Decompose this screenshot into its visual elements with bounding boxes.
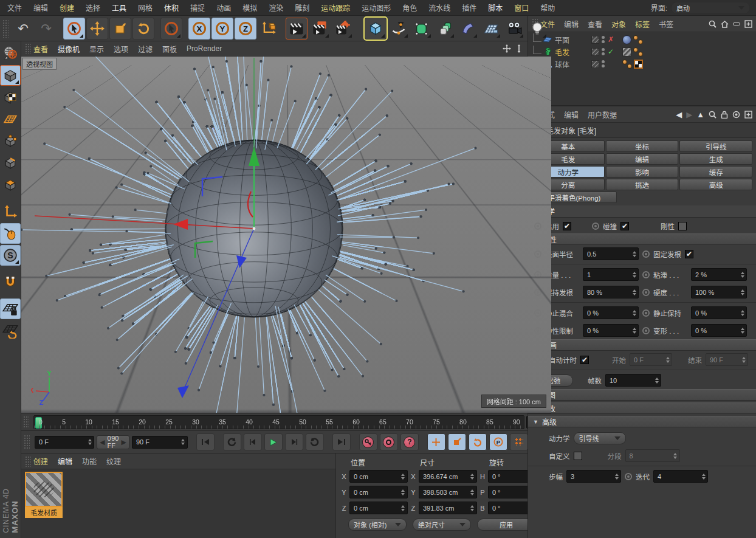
- transport-grip[interactable]: [24, 435, 30, 449]
- edges-mode-button[interactable]: [0, 153, 21, 173]
- add-spline-button[interactable]: [388, 18, 410, 40]
- filter-icon[interactable]: [733, 22, 740, 26]
- keyframe-circle-icon[interactable]: [534, 327, 541, 334]
- keyframe-selection-button[interactable]: ?: [400, 433, 419, 450]
- add-subdivision-surface-button[interactable]: [411, 18, 433, 40]
- redo-button[interactable]: ↷: [35, 18, 57, 40]
- keyframe-circle-icon[interactable]: [534, 289, 541, 296]
- play-forward-button[interactable]: [306, 433, 324, 450]
- render-picture-viewer-button[interactable]: [309, 18, 331, 40]
- zoom-view-icon[interactable]: [515, 44, 523, 53]
- add-light-button[interactable]: [526, 18, 548, 40]
- segments-field[interactable]: 8: [625, 449, 680, 462]
- viewport-menu-item[interactable]: ProRender: [187, 44, 222, 53]
- menu-item[interactable]: 网格: [138, 2, 153, 13]
- add-camera-button[interactable]: [503, 18, 525, 40]
- workplane-mode-button[interactable]: [0, 109, 21, 129]
- rigid-checkbox[interactable]: [678, 222, 687, 230]
- section-animation[interactable]: ▼动画: [528, 339, 756, 351]
- go-to-end-button[interactable]: [332, 433, 351, 450]
- keyframe-circle-icon[interactable]: [642, 250, 650, 258]
- menu-item[interactable]: 模拟: [242, 2, 257, 13]
- viscosity-field[interactable]: 2 %: [691, 268, 747, 281]
- steps-field[interactable]: 3: [566, 470, 621, 483]
- start-field[interactable]: 0 F: [630, 353, 672, 366]
- points-mode-button[interactable]: [0, 131, 21, 151]
- om-menu-item[interactable]: 查看: [588, 19, 602, 29]
- iterations-field[interactable]: 4: [653, 470, 708, 483]
- visibility-dots[interactable]: [602, 36, 605, 43]
- size-z-field[interactable]: 391.83 cm: [419, 502, 477, 514]
- pos-y-field[interactable]: 0 cm: [349, 486, 408, 498]
- undo-button[interactable]: ↶: [12, 18, 34, 40]
- hair-tag-icon[interactable]: [633, 47, 643, 57]
- axis-mode-button[interactable]: [0, 201, 21, 222]
- keep-roots-field[interactable]: 80 %: [583, 286, 639, 298]
- size-x-field[interactable]: 396.674 cm: [419, 470, 477, 483]
- surface-radius-field[interactable]: 0.5: [583, 247, 639, 260]
- keyframe-circle-icon[interactable]: [642, 289, 650, 296]
- menu-item[interactable]: 窗口: [514, 2, 529, 13]
- menu-item[interactable]: 运动图形: [362, 2, 391, 13]
- attribute-tab[interactable]: 影响: [606, 166, 679, 178]
- material-name[interactable]: 毛发材质: [25, 507, 63, 518]
- hair-tag-icon[interactable]: [633, 35, 643, 44]
- coordinate-system-button[interactable]: [258, 18, 280, 40]
- pos-z-field[interactable]: 0 cm: [349, 502, 408, 514]
- render-settings-button[interactable]: [332, 18, 354, 40]
- render-view-button[interactable]: [286, 18, 308, 40]
- make-editable-button[interactable]: [0, 43, 21, 64]
- am-menu-item[interactable]: 用户数据: [588, 109, 617, 120]
- keyframe-circle-icon[interactable]: [642, 271, 650, 278]
- key-rotation-button[interactable]: [469, 433, 487, 450]
- material-menu-item[interactable]: 纹理: [106, 456, 121, 466]
- layer-swatch[interactable]: [591, 48, 599, 56]
- keyframe-circle-icon[interactable]: [534, 309, 541, 317]
- coord-mode-dropdown[interactable]: 对象 (相对): [348, 519, 407, 531]
- custom-checkbox[interactable]: [574, 452, 582, 460]
- auto-time-checkbox[interactable]: ✔: [580, 356, 589, 364]
- home-icon[interactable]: [721, 20, 729, 28]
- adv-dynamics-dropdown[interactable]: 引导线: [574, 432, 626, 444]
- om-menu-item[interactable]: 标签: [635, 19, 650, 29]
- om-menu-item[interactable]: 书签: [659, 19, 673, 29]
- material-menu-item[interactable]: 编辑: [58, 456, 72, 466]
- attribute-tab[interactable]: 编辑: [606, 153, 679, 165]
- object-row-plane[interactable]: 平面 ✗: [528, 33, 756, 46]
- add-deformer-button[interactable]: [457, 18, 479, 40]
- keyframe-circle-icon[interactable]: [625, 473, 632, 480]
- add-panel-icon[interactable]: [744, 20, 752, 28]
- toolbar-grip[interactable]: [2, 19, 9, 38]
- menu-item[interactable]: 插件: [462, 2, 476, 13]
- material-item[interactable]: 毛发材质: [25, 472, 64, 518]
- viewport-3d[interactable]: 透视视图 网格间距 : 100 cm Y X Z: [21, 57, 551, 413]
- end-frame-field[interactable]: 90 F: [132, 436, 188, 449]
- viewport-menu-item[interactable]: 查看: [33, 44, 48, 54]
- collision-checkbox[interactable]: ✔: [620, 222, 629, 230]
- object-name-selected[interactable]: 毛发: [555, 47, 586, 57]
- material-grip[interactable]: [25, 456, 31, 467]
- history-back-icon[interactable]: ◀: [676, 110, 682, 119]
- fix-roots-checkbox[interactable]: ✔: [685, 250, 693, 258]
- section-maps[interactable]: ▶贴图: [528, 389, 756, 401]
- deform-field[interactable]: 0 %: [691, 324, 747, 337]
- timeline-grip[interactable]: [23, 416, 29, 428]
- viewport-menu-item[interactable]: 选项: [114, 44, 128, 54]
- texture-mode-button[interactable]: [0, 87, 21, 108]
- material-thumbnail[interactable]: [25, 472, 63, 507]
- menu-item[interactable]: 帮助: [540, 2, 555, 13]
- live-selection-button[interactable]: [63, 18, 85, 40]
- pan-view-icon[interactable]: [503, 44, 511, 53]
- hair-tag-icon[interactable]: [622, 60, 632, 69]
- attribute-tab[interactable]: 高级: [679, 179, 752, 190]
- current-frame-field[interactable]: 0 F: [35, 436, 94, 449]
- attribute-tab[interactable]: 缓存: [679, 166, 752, 178]
- menu-item[interactable]: 雕刻: [295, 2, 309, 13]
- layer-swatch[interactable]: [591, 36, 599, 44]
- section-modify[interactable]: ▶修改: [528, 402, 756, 414]
- key-parameter-button[interactable]: P: [489, 433, 507, 450]
- keyframe-circle-icon[interactable]: [642, 309, 650, 317]
- interface-dropdown[interactable]: 启动: [671, 2, 750, 14]
- menu-item[interactable]: 动画: [216, 2, 231, 13]
- size-mode-dropdown[interactable]: 绝对尺寸: [413, 519, 471, 531]
